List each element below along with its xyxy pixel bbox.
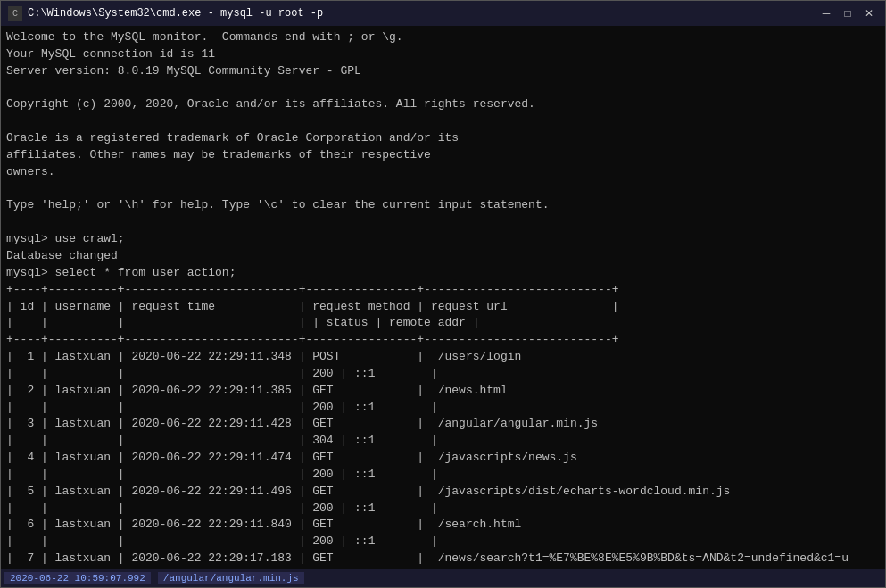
bottom-item-2: /angular/angular.min.js: [158, 572, 304, 584]
cmd-window: C C:\Windows\System32\cmd.exe - mysql -u…: [0, 0, 886, 588]
window-controls[interactable]: ─ □ ✕: [817, 4, 878, 22]
bottom-item-1: 2020-06-22 10:59:07.992: [4, 572, 151, 584]
terminal-output: Welcome to the MySQL monitor. Commands e…: [1, 26, 885, 569]
maximize-button[interactable]: □: [839, 4, 857, 22]
window-title: C:\Windows\System32\cmd.exe - mysql -u r…: [28, 7, 323, 20]
title-bar: C C:\Windows\System32\cmd.exe - mysql -u…: [1, 1, 885, 26]
cmd-icon: C: [8, 6, 22, 21]
minimize-button[interactable]: ─: [817, 4, 835, 22]
bottom-bar: 2020-06-22 10:59:07.992 /angular/angular…: [1, 569, 885, 587]
title-bar-left: C C:\Windows\System32\cmd.exe - mysql -u…: [8, 6, 323, 21]
close-button[interactable]: ✕: [860, 4, 878, 22]
terminal-content: Welcome to the MySQL monitor. Commands e…: [6, 30, 849, 569]
